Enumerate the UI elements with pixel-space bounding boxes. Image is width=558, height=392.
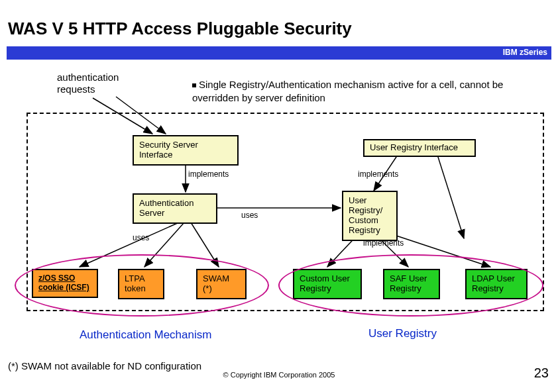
user-registry-custom-box: User Registry/ Custom Registry bbox=[342, 191, 398, 241]
copyright: © Copyright IBM Corporation 2005 bbox=[0, 371, 558, 379]
bullet-text: Single Registry/Authentication mechanism… bbox=[192, 78, 537, 104]
auth-mechanism-section-label: Authentication Mechanism bbox=[80, 328, 211, 342]
auth-requests-label: authentication requests bbox=[57, 72, 119, 95]
uses-label-1: uses bbox=[241, 211, 258, 220]
slide: { "title": "WAS V 5 HTTP Access Pluggabl… bbox=[0, 0, 558, 392]
user-registry-interface-box: User Registry Interface bbox=[363, 139, 476, 157]
user-registry-section-label: User Registry bbox=[368, 327, 437, 340]
bullet-square-icon bbox=[192, 83, 196, 87]
page-number: 23 bbox=[534, 366, 549, 381]
auth-requests-line2: requests bbox=[57, 83, 95, 95]
implements-label-2: implements bbox=[358, 170, 398, 179]
bullet-content: Single Registry/Authentication mechanism… bbox=[192, 79, 503, 103]
implements-label-3: implements bbox=[363, 238, 404, 248]
header-band bbox=[7, 46, 551, 60]
implements-label-1: implements bbox=[188, 170, 229, 179]
authentication-server-box: Authentication Server bbox=[133, 193, 217, 224]
brand-label: IBM zSeries bbox=[503, 48, 547, 57]
auth-mechanism-ellipse bbox=[15, 254, 269, 317]
user-registry-ellipse bbox=[278, 254, 543, 317]
footnote: (*) SWAM not available for ND configurat… bbox=[8, 360, 201, 371]
auth-requests-line1: authentication bbox=[57, 72, 119, 83]
security-server-interface-box: Security Server Interface bbox=[133, 135, 239, 166]
uses-label-2: uses bbox=[133, 233, 149, 242]
page-title: WAS V 5 HTTP Access Pluggable Security bbox=[8, 19, 352, 39]
